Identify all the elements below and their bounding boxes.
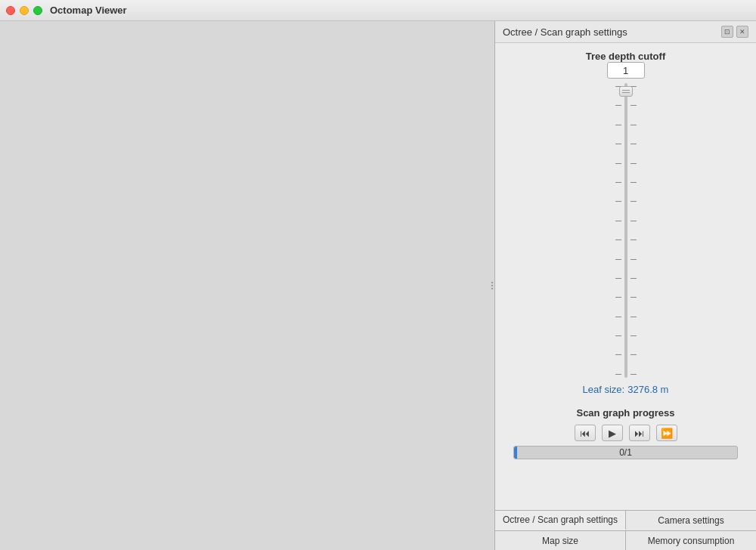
tick (631, 335, 637, 336)
tick (631, 221, 637, 221)
tab-camera[interactable]: Camera settings (626, 511, 756, 530)
resize-handle[interactable] (490, 274, 494, 297)
panel-title: Octree / Scan graph settings (503, 26, 627, 38)
progress-label: 0/1 (514, 446, 737, 459)
tick (631, 201, 637, 202)
tick (615, 317, 621, 317)
tree-depth-section: Tree depth cutoff (506, 51, 745, 395)
tabs-row-1: Octree / Scan graph settings Camera sett… (495, 511, 756, 530)
step-forward-button[interactable]: ⏭ (629, 425, 650, 441)
app-title: Octomap Viewer (50, 5, 127, 16)
panel-restore-button[interactable]: ⊡ (721, 26, 733, 38)
tabs-row-2: Map size Memory consumption (495, 530, 756, 550)
slider-track (624, 83, 627, 378)
tick (631, 125, 637, 125)
tick (631, 317, 637, 317)
tick (631, 144, 637, 144)
tick (615, 105, 621, 106)
tick (615, 297, 621, 298)
depth-slider[interactable] (624, 83, 627, 378)
slider-container (506, 83, 745, 378)
ticks-left (615, 83, 621, 378)
scan-controls: ⏮ ▶ ⏭ ⏩ (506, 425, 745, 441)
tick (631, 297, 637, 298)
tick (631, 239, 637, 240)
tick (615, 239, 621, 240)
tick (631, 278, 637, 279)
minimize-button[interactable] (20, 6, 29, 15)
tick (615, 125, 621, 125)
maximize-button[interactable] (33, 6, 42, 15)
right-panel: Octree / Scan graph settings ⊡ ✕ Tree de… (495, 21, 756, 550)
depth-input-row (506, 62, 745, 79)
slider-track-area (615, 83, 637, 378)
leaf-size-label: Leaf size: (583, 384, 625, 395)
tick (631, 374, 637, 375)
settings-content: Tree depth cutoff (495, 43, 756, 510)
tick (631, 354, 637, 355)
tick (631, 163, 637, 164)
progress-bar[interactable]: 0/1 (513, 446, 738, 459)
tick (631, 105, 637, 106)
leaf-size-value: 3276.8 m (627, 384, 668, 395)
tab-memory-consumption[interactable]: Memory consumption (626, 531, 756, 550)
slider-thumb[interactable] (619, 86, 633, 97)
depth-input[interactable] (607, 62, 645, 79)
fast-forward-button[interactable]: ⏩ (656, 425, 677, 441)
tick (615, 182, 621, 183)
tick (615, 278, 621, 279)
titlebar: Octomap Viewer (0, 0, 756, 21)
tab-octree-scan[interactable]: Octree / Scan graph settings (495, 511, 626, 530)
traffic-lights (6, 6, 42, 15)
tick (615, 335, 621, 336)
play-button[interactable]: ▶ (602, 425, 623, 441)
viewport[interactable] (0, 21, 495, 550)
panel-header-buttons: ⊡ ✕ (721, 26, 748, 38)
tree-depth-label: Tree depth cutoff (586, 51, 665, 62)
tab-map-size[interactable]: Map size (495, 531, 626, 550)
scan-graph-section: Scan graph progress ⏮ ▶ ⏭ ⏩ 0/1 (506, 407, 745, 459)
tick (615, 201, 621, 202)
tick (615, 221, 621, 221)
tick (615, 163, 621, 164)
close-button[interactable] (6, 6, 15, 15)
panel-header: Octree / Scan graph settings ⊡ ✕ (495, 21, 756, 43)
tick (615, 374, 621, 375)
tick (615, 354, 621, 355)
scan-graph-label: Scan graph progress (576, 407, 674, 419)
tick (615, 259, 621, 260)
tick (631, 182, 637, 183)
tick (631, 259, 637, 260)
step-back-button[interactable]: ⏮ (575, 425, 596, 441)
bottom-tabs: Octree / Scan graph settings Camera sett… (495, 510, 756, 550)
leaf-size-row: Leaf size: 3276.8 m (506, 384, 745, 395)
tick (615, 144, 621, 144)
panel-close-button[interactable]: ✕ (736, 26, 748, 38)
ticks-right (631, 83, 637, 378)
main-area: Octree / Scan graph settings ⊡ ✕ Tree de… (0, 21, 756, 550)
